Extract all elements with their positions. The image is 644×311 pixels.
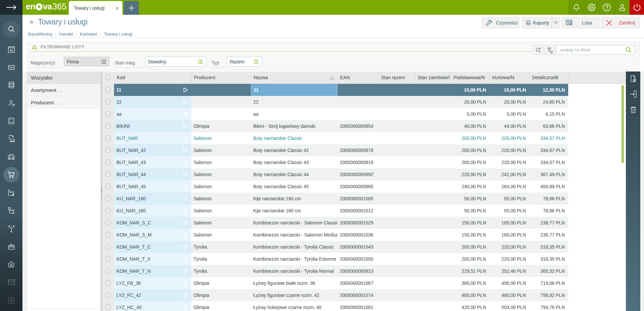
grouping-item-asortyment[interactable]: Asortyment ... bbox=[27, 84, 101, 96]
table-row-lyz_fb_36[interactable]: LYZ_FB_36OlimpiaŁyżwy figurowe białe roz… bbox=[102, 277, 626, 289]
row-expand-play-icon[interactable] bbox=[182, 220, 189, 226]
radio-icon[interactable] bbox=[105, 111, 111, 117]
help-icon[interactable] bbox=[599, 0, 614, 15]
sidebar-item-cart[interactable] bbox=[0, 169, 22, 180]
table-row-kom_nar_t_n[interactable]: KOM_NAR_T_NTyroliaKombinezon narciarski … bbox=[102, 265, 626, 277]
row-expand-play-icon[interactable] bbox=[182, 196, 189, 202]
grouping-item-producent[interactable]: Producent ... bbox=[27, 96, 101, 109]
breadcrumb-item[interactable]: BazaWiedzy bbox=[28, 32, 52, 37]
new-tab-button[interactable] bbox=[124, 1, 139, 15]
column-header-ean[interactable]: EAN bbox=[337, 71, 378, 84]
table-scrollbar-thumb[interactable] bbox=[622, 85, 624, 163]
radio-icon[interactable] bbox=[105, 147, 111, 153]
advanced-search-button[interactable] bbox=[533, 45, 544, 55]
row-expand-play-icon[interactable] bbox=[182, 244, 189, 250]
table-row-11[interactable]: 111110,00 PLN10,00 PLN12,30 PLN bbox=[102, 84, 626, 96]
sidebar-item-split[interactable] bbox=[0, 223, 22, 234]
sidebar-item-search[interactable] bbox=[0, 24, 22, 35]
row-expand-play-icon[interactable] bbox=[182, 304, 189, 310]
sidebar-item-database[interactable] bbox=[0, 80, 22, 90]
sidebar-item-inbox[interactable] bbox=[0, 62, 22, 72]
row-expand-play-icon[interactable] bbox=[182, 232, 189, 238]
table-row-lyz_fc_42[interactable]: LYZ_FC_42OlimpiaŁyżwy figurowe czarne ro… bbox=[102, 289, 626, 301]
table-row-lyz_hc_40[interactable]: LYZ_HC_40OlimpiaŁyżwy hokejowe czarne ro… bbox=[102, 301, 626, 311]
column-header-stan_razem[interactable]: Stan razem bbox=[378, 71, 415, 84]
radio-icon[interactable] bbox=[105, 74, 111, 80]
table-row-but_nar_42[interactable]: BUT_NAR_42SalomonButy narciarskie Classi… bbox=[102, 144, 626, 156]
breadcrumb-item[interactable]: Kartoteki bbox=[80, 32, 97, 37]
chevron-down-icon[interactable] bbox=[552, 20, 559, 25]
sidebar-item-factory[interactable] bbox=[0, 187, 22, 198]
column-header-kod[interactable]: Kod bbox=[114, 71, 191, 84]
radio-icon[interactable] bbox=[105, 99, 111, 105]
breadcrumb-item[interactable]: Towary i usługi bbox=[104, 32, 132, 37]
row-expand-play-icon[interactable] bbox=[182, 208, 189, 214]
table-row-but_nar[interactable]: BUT_NARSalomonButy narciarskie Classic20… bbox=[102, 132, 626, 144]
radio-icon[interactable] bbox=[105, 87, 111, 93]
radio-icon[interactable] bbox=[105, 220, 111, 225]
sidebar-item-envelope[interactable] bbox=[0, 277, 22, 288]
delete-record-button[interactable] bbox=[626, 102, 640, 118]
radio-icon[interactable] bbox=[105, 232, 111, 238]
row-expand-play-icon[interactable] bbox=[182, 87, 189, 93]
row-expand-play-icon[interactable] bbox=[182, 111, 189, 117]
radio-icon[interactable] bbox=[105, 244, 111, 250]
row-expand-play-icon[interactable] bbox=[182, 147, 189, 153]
radio-icon[interactable] bbox=[105, 171, 111, 177]
radio-icon[interactable] bbox=[105, 268, 111, 274]
tab-close-icon[interactable]: x bbox=[113, 5, 118, 11]
table-row-kom_nar_s_m[interactable]: KOM_NAR_S_MSalomonKombinezon narciarski … bbox=[102, 229, 626, 241]
list-search-input[interactable] bbox=[560, 47, 625, 52]
raporty-button[interactable]: Raporty bbox=[522, 17, 560, 29]
table-row-but_nar_45[interactable]: BUT_NAR_45SalomonButy narciarskie Classi… bbox=[102, 180, 626, 193]
row-expand-play-icon[interactable] bbox=[182, 123, 189, 129]
typ-select[interactable]: Razem bbox=[227, 57, 262, 66]
sidebar-item-car[interactable] bbox=[0, 151, 22, 162]
open-record-button[interactable] bbox=[626, 86, 640, 102]
grouping-item-wszystko[interactable]: Wszystko bbox=[27, 71, 101, 84]
grouping-panel-scrollbar[interactable] bbox=[27, 309, 101, 309]
magazyny-select[interactable]: Firma bbox=[64, 57, 110, 66]
row-expand-play-icon[interactable] bbox=[182, 184, 189, 190]
column-header-producent[interactable]: Producent bbox=[191, 71, 251, 84]
table-row-kij_nar_180[interactable]: KIJ_NAR_180SalomonKije narciarskie 180 c… bbox=[102, 205, 626, 217]
row-expand-play-icon[interactable] bbox=[182, 99, 189, 105]
column-header-detaliczna[interactable]: Detaliczna/B bbox=[529, 71, 568, 84]
gear-icon[interactable] bbox=[584, 0, 599, 15]
column-header-nazwa[interactable]: Nazwa bbox=[251, 71, 337, 84]
sidebar-item-calendar[interactable]: 31 bbox=[0, 44, 22, 55]
column-header-stan_zamowien[interactable]: Stan zamówień bbox=[415, 71, 451, 84]
radio-icon[interactable] bbox=[105, 208, 111, 213]
radio-icon[interactable] bbox=[105, 280, 111, 286]
column-header-hurtowa[interactable]: Hurtowa/N bbox=[489, 71, 529, 84]
sidebar-item-calculator[interactable] bbox=[0, 115, 22, 126]
radio-icon[interactable] bbox=[105, 304, 111, 310]
radio-icon[interactable] bbox=[105, 123, 111, 129]
radio-icon[interactable] bbox=[105, 196, 111, 201]
row-expand-play-icon[interactable] bbox=[182, 280, 189, 286]
sidebar-item-delivery-doc[interactable] bbox=[0, 133, 22, 144]
czynnosci-button[interactable]: Czynności bbox=[482, 17, 520, 29]
stan-mag-select[interactable]: Dowolny bbox=[145, 57, 206, 66]
table-row-kij_nar_160[interactable]: KIJ_NAR_160SalomonKije narciarskie 160 c… bbox=[102, 193, 626, 205]
radio-icon[interactable] bbox=[105, 135, 111, 141]
radio-icon[interactable] bbox=[105, 292, 111, 298]
table-row-but_nar_44[interactable]: BUT_NAR_44SalomonButy narciarskie Classi… bbox=[102, 168, 626, 180]
search-icon[interactable] bbox=[625, 46, 632, 53]
table-row-kom_nar_t_c[interactable]: KOM_NAR_T_CTyroliaKombinezon narciarski … bbox=[102, 241, 626, 253]
sidebar-expand-button[interactable] bbox=[0, 0, 22, 15]
table-row-kom_nar_t_x[interactable]: KOM_NAR_T_XTyroliaKombinezon narciarski … bbox=[102, 253, 626, 265]
radio-icon[interactable] bbox=[105, 184, 111, 189]
breadcrumb-item[interactable]: Handel bbox=[59, 32, 73, 37]
row-expand-play-icon[interactable] bbox=[182, 268, 189, 274]
row-expand-play-icon[interactable] bbox=[182, 171, 189, 177]
radio-icon[interactable] bbox=[105, 159, 111, 165]
column-header-podstawowa[interactable]: Podstawowa/N bbox=[451, 71, 489, 84]
row-expand-play-icon[interactable] bbox=[182, 159, 189, 165]
sidebar-item-home-user[interactable] bbox=[0, 259, 22, 270]
zamknij-button[interactable]: Zamknij bbox=[601, 17, 640, 29]
table-row-aa[interactable]: aaaa5,00 PLN5,00 PLN6,15 PLN bbox=[102, 108, 626, 120]
table-row-but_nar_43[interactable]: BUT_NAR_43SalomonButy narciarskie Classi… bbox=[102, 156, 626, 168]
user-icon[interactable] bbox=[614, 0, 630, 15]
sidebar-item-person-card[interactable] bbox=[0, 295, 22, 306]
